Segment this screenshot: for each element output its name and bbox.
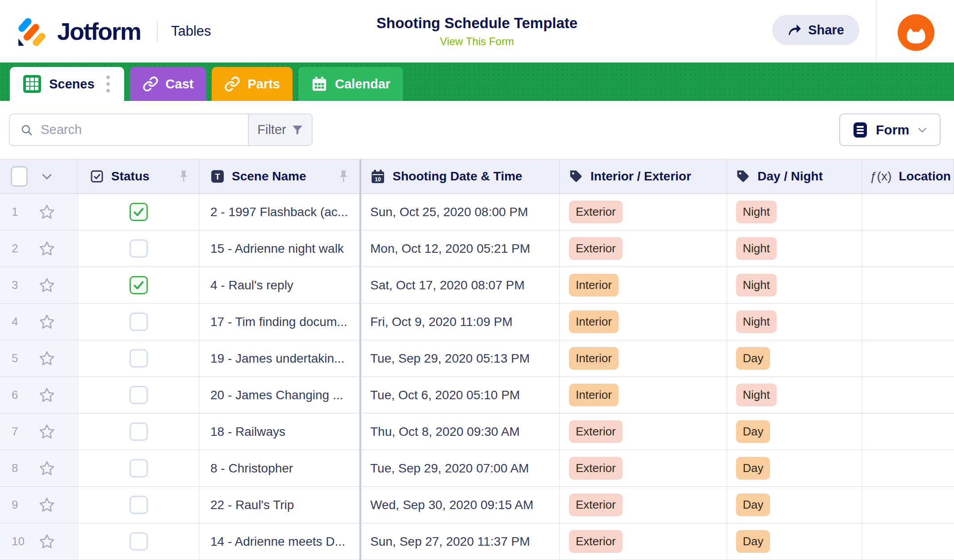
scene-name-cell[interactable]: 20 - James Changing ... [200, 377, 360, 413]
location-cell[interactable] [862, 523, 954, 560]
day-night-cell[interactable]: Night [727, 194, 862, 230]
interior-exterior-cell[interactable]: Exterior [560, 450, 727, 486]
row-number: 4 [12, 315, 29, 329]
status-checkbox[interactable] [130, 203, 148, 221]
star-icon[interactable] [38, 277, 55, 294]
location-cell[interactable] [862, 414, 954, 450]
location-cell[interactable] [862, 450, 954, 486]
interior-exterior-cell[interactable]: Exterior [560, 194, 727, 230]
tab-calendar[interactable]: Calendar [298, 67, 403, 101]
day-night-cell[interactable]: Night [727, 377, 862, 413]
shooting-date-cell[interactable]: Sun, Oct 25, 2020 08:00 PM [360, 194, 560, 230]
scene-name-cell[interactable]: 22 - Raul's Trip [200, 487, 360, 523]
day-night-cell[interactable]: Night [727, 267, 862, 303]
interior-exterior-cell[interactable]: Exterior [560, 230, 727, 267]
status-checkbox[interactable] [130, 496, 148, 514]
pin-icon[interactable] [178, 170, 189, 183]
interior-exterior-cell[interactable]: Exterior [560, 414, 727, 450]
star-icon[interactable] [38, 240, 55, 257]
interior-exterior-cell[interactable]: Exterior [560, 487, 727, 523]
column-header-location[interactable]: ƒ(x) Location [862, 159, 954, 193]
interior-exterior-cell[interactable]: Interior [560, 267, 727, 303]
interior-exterior-cell[interactable]: Interior [560, 304, 727, 340]
star-icon[interactable] [38, 313, 55, 330]
tab-label: Parts [247, 77, 280, 92]
day-night-cell[interactable]: Day [727, 487, 862, 523]
chevron-down-icon[interactable] [40, 170, 54, 183]
location-cell[interactable] [862, 487, 954, 523]
day-night-cell[interactable]: Day [727, 414, 862, 450]
scene-name-cell[interactable]: 15 - Adrienne night walk [200, 230, 360, 267]
location-cell[interactable] [862, 304, 954, 340]
interior-exterior-cell[interactable]: Interior [560, 377, 727, 413]
search-input[interactable] [41, 122, 237, 137]
status-cell [78, 523, 200, 560]
shooting-date-cell[interactable]: Tue, Oct 6, 2020 05:10 PM [360, 377, 560, 413]
status-checkbox[interactable] [130, 313, 148, 331]
star-icon[interactable] [38, 204, 55, 221]
day-night-cell[interactable]: Day [727, 450, 862, 486]
shooting-date-cell[interactable]: Tue, Sep 29, 2020 07:00 AM [360, 450, 560, 486]
location-cell[interactable] [862, 340, 954, 376]
pin-icon[interactable] [338, 170, 349, 183]
day-night-cell[interactable]: Day [727, 340, 862, 376]
star-icon[interactable] [38, 497, 55, 514]
column-header-scene-name[interactable]: T Scene Name [200, 159, 360, 193]
shooting-date-cell[interactable]: Mon, Oct 12, 2020 05:21 PM [360, 230, 560, 267]
select-all-checkbox[interactable] [11, 166, 28, 187]
status-checkbox[interactable] [130, 422, 148, 441]
interior-exterior-cell[interactable]: Exterior [560, 523, 727, 560]
table-row: 1 2 - 1997 Flashback (ac... Sun, Oct 25,… [0, 194, 954, 230]
status-checkbox[interactable] [130, 459, 148, 477]
star-icon[interactable] [38, 350, 55, 367]
tab-cast[interactable]: Cast [130, 67, 206, 101]
star-icon[interactable] [38, 533, 55, 550]
form-view-button[interactable]: Form [839, 113, 941, 146]
location-cell[interactable] [862, 377, 954, 413]
shooting-date-cell[interactable]: Sun, Sep 27, 2020 11:37 PM [360, 523, 560, 560]
scene-name-cell[interactable]: 18 - Railways [200, 414, 360, 450]
status-checkbox[interactable] [130, 349, 148, 368]
star-icon[interactable] [38, 460, 55, 477]
user-avatar[interactable] [896, 13, 936, 53]
day-night-cell[interactable]: Night [727, 230, 862, 267]
column-header-day-night[interactable]: Day / Night [727, 159, 862, 193]
status-checkbox[interactable] [130, 239, 148, 258]
tab-parts[interactable]: Parts [212, 67, 293, 101]
scene-name-cell[interactable]: 19 - James undertakin... [200, 340, 360, 376]
status-cell [78, 377, 200, 413]
column-header-shooting-date[interactable]: 10 Shooting Date & Time [360, 159, 560, 193]
scene-name-cell[interactable]: 14 - Adrienne meets D... [200, 523, 360, 560]
scene-name-cell[interactable]: 2 - 1997 Flashback (ac... [200, 194, 360, 230]
shooting-date-cell[interactable]: Thu, Oct 8, 2020 09:30 AM [360, 414, 560, 450]
row-number: 5 [12, 351, 29, 365]
star-icon[interactable] [38, 387, 55, 404]
shooting-date-cell[interactable]: Fri, Oct 9, 2020 11:09 PM [360, 304, 560, 340]
row-gutter-cell: 3 [0, 267, 78, 303]
shooting-date-cell[interactable]: Wed, Sep 30, 2020 09:15 AM [360, 487, 560, 523]
status-checkbox[interactable] [130, 532, 148, 551]
column-header-interior-exterior[interactable]: Interior / Exterior [560, 159, 727, 193]
day-night-cell[interactable]: Night [727, 304, 862, 340]
scene-name-cell[interactable]: 17 - Tim finding docum... [200, 304, 360, 340]
location-cell[interactable] [862, 267, 954, 303]
interior-exterior-cell[interactable]: Interior [560, 340, 727, 376]
tab-scenes[interactable]: Scenes [10, 67, 124, 101]
tab-label: Scenes [49, 77, 95, 92]
brand-area[interactable]: Jotform Tables [0, 15, 211, 47]
location-cell[interactable] [862, 230, 954, 267]
share-button[interactable]: Share [772, 15, 859, 45]
shooting-date-cell[interactable]: Tue, Sep 29, 2020 05:13 PM [360, 340, 560, 376]
status-checkbox[interactable] [130, 386, 148, 404]
tab-options-kebab-icon[interactable] [105, 74, 112, 94]
view-this-form-link[interactable]: View This Form [377, 35, 577, 48]
scene-name-cell[interactable]: 8 - Christopher [200, 450, 360, 486]
status-checkbox[interactable] [130, 276, 148, 294]
star-icon[interactable] [38, 423, 55, 440]
location-cell[interactable] [862, 194, 954, 230]
shooting-date-cell[interactable]: Sat, Oct 17, 2020 08:07 PM [360, 267, 560, 303]
scene-name-cell[interactable]: 4 - Raul's reply [200, 267, 360, 303]
filter-button[interactable]: Filter [248, 114, 312, 145]
day-night-cell[interactable]: Day [727, 523, 862, 560]
column-header-status[interactable]: Status [78, 159, 200, 193]
